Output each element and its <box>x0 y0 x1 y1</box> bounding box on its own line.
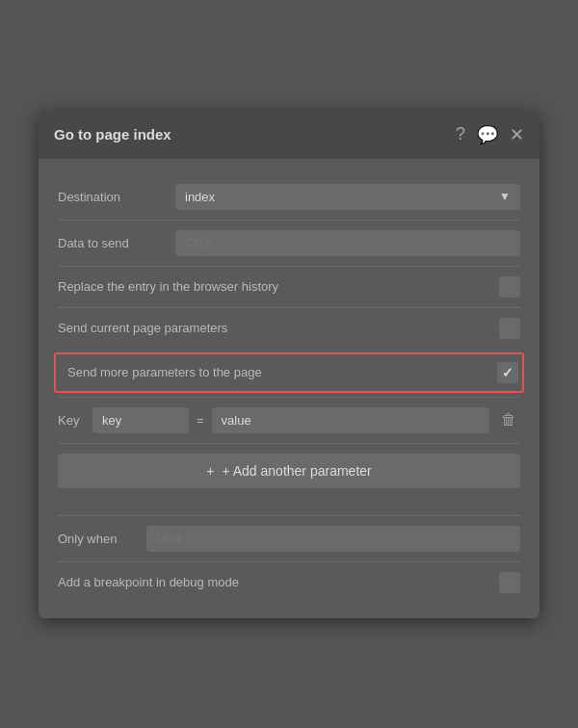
help-icon[interactable]: ? <box>456 124 465 144</box>
add-param-plus-icon: + <box>206 463 214 479</box>
destination-row: Destination index home about contact ▼ <box>58 174 520 220</box>
send-more-row[interactable]: Send more parameters to the page ✓ <box>54 352 524 393</box>
data-to-send-input[interactable] <box>175 230 520 256</box>
checkmark-icon: ✓ <box>502 365 513 380</box>
replace-entry-checkbox[interactable] <box>499 276 520 298</box>
dialog-header: Go to page index ? 💬 ✕ <box>39 111 539 159</box>
dialog-title: Go to page index <box>54 126 171 143</box>
header-actions: ? 💬 ✕ <box>456 124 524 145</box>
replace-entry-label: Replace the entry in the browser history <box>58 279 278 294</box>
data-to-send-label: Data to send <box>58 236 164 250</box>
send-more-label: Send more parameters to the page <box>67 365 262 379</box>
dialog-body: Destination index home about contact ▼ D… <box>39 159 539 618</box>
close-icon[interactable]: ✕ <box>510 124 524 145</box>
value-input[interactable] <box>212 407 489 433</box>
add-param-row: + + Add another parameter <box>58 443 520 498</box>
send-current-label: Send current page parameters <box>58 321 227 335</box>
add-param-button[interactable]: + + Add another parameter <box>58 454 520 488</box>
spacer <box>58 498 520 507</box>
key-input[interactable] <box>92 407 189 433</box>
send-current-row: Send current page parameters <box>58 307 520 349</box>
key-value-row: Key = 🗑 <box>58 397 520 443</box>
only-when-label: Only when <box>58 532 135 546</box>
destination-select-wrapper: index home about contact ▼ <box>175 184 520 210</box>
add-param-label: + Add another parameter <box>222 463 371 479</box>
send-more-checkbox[interactable]: ✓ <box>497 362 518 383</box>
equals-sign: = <box>197 413 204 428</box>
go-to-page-dialog: Go to page index ? 💬 ✕ Destination index… <box>39 111 539 618</box>
comment-icon[interactable]: 💬 <box>477 124 498 145</box>
debug-label: Add a breakpoint in debug mode <box>58 575 239 589</box>
key-label: Key <box>58 413 85 428</box>
data-to-send-row: Data to send <box>58 220 520 266</box>
replace-entry-row: Replace the entry in the browser history <box>58 266 520 307</box>
send-current-checkbox[interactable] <box>499 318 520 339</box>
debug-checkbox[interactable] <box>499 572 520 593</box>
destination-label: Destination <box>58 190 164 204</box>
only-when-row: Only when <box>58 515 520 561</box>
delete-param-icon[interactable]: 🗑 <box>497 407 520 432</box>
only-when-input[interactable] <box>146 526 520 552</box>
debug-row: Add a breakpoint in debug mode <box>58 561 520 603</box>
destination-select[interactable]: index home about contact <box>175 184 520 210</box>
